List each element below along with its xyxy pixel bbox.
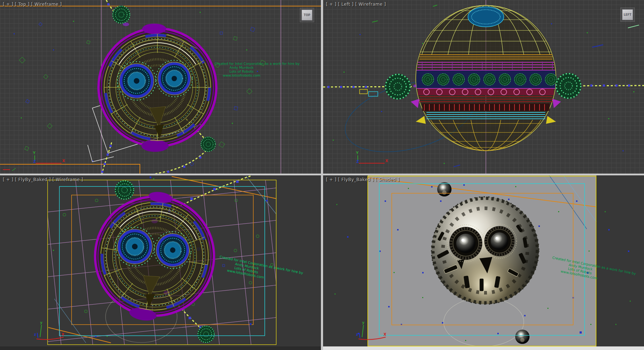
viewport-flyby-wireframe[interactable]: y z X [ + ] [ FlyBy_Baked ] [ Wireframe … bbox=[0, 175, 321, 346]
scene-top-wireframe: Y Z X bbox=[0, 0, 321, 174]
viewport-flyby-shaded[interactable]: y z X [ + ] [ FlyBy_Baked ] [ Shaded ] C… bbox=[323, 175, 644, 346]
viewcube[interactable]: TOP bbox=[300, 8, 314, 22]
sphere-left-view bbox=[411, 5, 561, 151]
viewport-label[interactable]: [ + ] [ FlyBy_Baked ] [ Wireframe ] bbox=[3, 177, 83, 182]
svg-text:X: X bbox=[62, 332, 64, 336]
scene-flyby-wireframe: y z X bbox=[0, 175, 321, 346]
scene-flyby-shaded: y z X bbox=[323, 175, 644, 346]
bottom-edge-left bbox=[0, 346, 321, 350]
viewport-splitter-horizontal[interactable] bbox=[0, 174, 644, 175]
axis-gizmo: Y Z X bbox=[3, 151, 65, 171]
svg-text:Z: Z bbox=[356, 160, 359, 164]
svg-text:z: z bbox=[34, 332, 36, 336]
viewport-label[interactable]: [ + ] [ Top ] [ Wireframe ] bbox=[3, 2, 62, 7]
axis-gizmo: Y Z X bbox=[356, 151, 388, 164]
viewcube-face-label[interactable]: LEFT bbox=[622, 9, 633, 20]
viewport-top[interactable]: Y Z X [ + ] [ Top ] [ Wireframe ] TOP Cr… bbox=[0, 0, 321, 174]
viewport-label[interactable]: [ + ] [ Left ] [ Wireframe ] bbox=[326, 2, 386, 7]
viewport-label[interactable]: [ + ] [ FlyBy_Baked ] [ Shaded ] bbox=[326, 177, 400, 182]
svg-text:X: X bbox=[385, 159, 388, 163]
svg-text:X: X bbox=[62, 159, 65, 163]
viewport-left[interactable]: Y Z X [ + ] [ Left ] [ Wireframe ] LEFT bbox=[323, 0, 644, 174]
svg-text:y: y bbox=[362, 321, 365, 325]
svg-text:Y: Y bbox=[356, 151, 359, 155]
svg-text:z: z bbox=[356, 332, 358, 336]
viewcube[interactable]: LEFT bbox=[620, 8, 635, 22]
viewcube-face-label[interactable]: TOP bbox=[302, 10, 312, 20]
watermark-text: Created for Intel Corporation as a work … bbox=[215, 62, 268, 77]
quad-viewport-stage: Y Z X [ + ] [ Top ] [ Wireframe ] TOP Cr… bbox=[0, 0, 644, 350]
bottom-edge-right bbox=[323, 346, 644, 350]
svg-text:Z: Z bbox=[33, 160, 36, 164]
scene-left-wireframe: Y Z X bbox=[323, 0, 644, 174]
svg-text:y: y bbox=[40, 321, 43, 325]
svg-text:X: X bbox=[384, 332, 386, 336]
svg-text:Y: Y bbox=[33, 151, 36, 155]
